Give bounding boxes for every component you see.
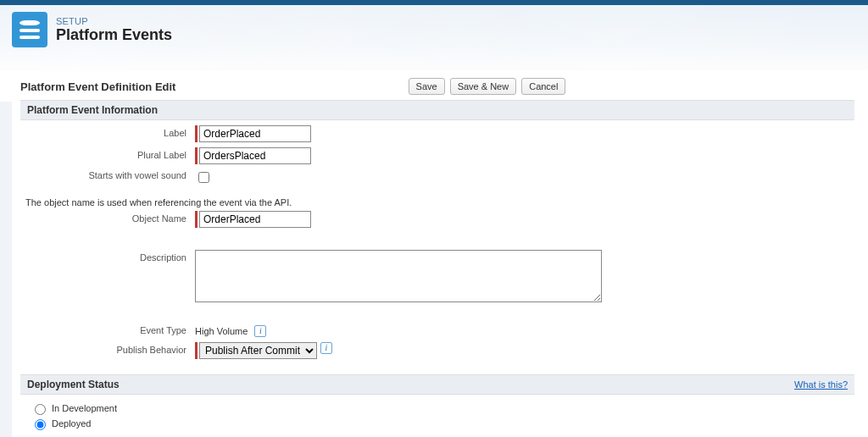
section-deployment-status: Deployment Status What is this?	[20, 374, 854, 395]
plural-label-label: Plural Label	[20, 147, 195, 160]
deployed-label: Deployed	[52, 418, 91, 429]
deploy-option-in-development[interactable]: In Development	[31, 401, 854, 415]
section-title: Deployment Status	[27, 379, 120, 390]
section-platform-event-info: Platform Event Information	[20, 100, 854, 120]
event-type-value: High Volume	[195, 326, 248, 336]
required-indicator	[195, 211, 198, 228]
deployed-radio[interactable]	[35, 419, 46, 430]
object-name-input[interactable]	[199, 211, 311, 228]
edit-heading: Platform Event Definition Edit	[20, 80, 307, 93]
plural-label-input[interactable]	[199, 147, 311, 164]
cancel-button[interactable]: Cancel	[521, 78, 565, 95]
info-icon[interactable]: i	[320, 342, 332, 354]
save-button[interactable]: Save	[409, 78, 445, 95]
vowel-label: Starts with vowel sound	[20, 169, 195, 180]
object-name-label: Object Name	[20, 211, 195, 224]
info-icon[interactable]: i	[254, 325, 266, 337]
description-textarea[interactable]	[195, 250, 602, 302]
description-label: Description	[20, 250, 195, 263]
setup-breadcrumb: SETUP	[56, 16, 172, 26]
page-header: SETUP Platform Events	[0, 5, 868, 71]
required-indicator	[195, 125, 198, 142]
save-and-new-button[interactable]: Save & New	[450, 78, 517, 95]
label-input[interactable]	[199, 125, 311, 142]
top-button-group: Save Save & New Cancel	[409, 78, 569, 95]
in-development-label: In Development	[52, 403, 117, 413]
required-indicator	[195, 147, 198, 164]
what-is-this-link[interactable]: What is this?	[794, 379, 848, 390]
section-title: Platform Event Information	[27, 104, 158, 116]
publish-behavior-label: Publish Behavior	[20, 342, 195, 355]
in-development-radio[interactable]	[35, 404, 46, 415]
left-gutter	[0, 102, 12, 437]
page-title: Platform Events	[56, 26, 172, 44]
label-label: Label	[20, 125, 195, 138]
event-type-label: Event Type	[20, 323, 195, 335]
deploy-option-deployed[interactable]: Deployed	[31, 417, 854, 430]
vowel-checkbox[interactable]	[198, 172, 209, 183]
publish-behavior-select[interactable]: Publish After Commit	[199, 342, 317, 359]
object-name-helper: The object name is used when referencing…	[25, 197, 854, 207]
platform-events-icon	[12, 12, 47, 47]
required-indicator	[195, 342, 198, 359]
